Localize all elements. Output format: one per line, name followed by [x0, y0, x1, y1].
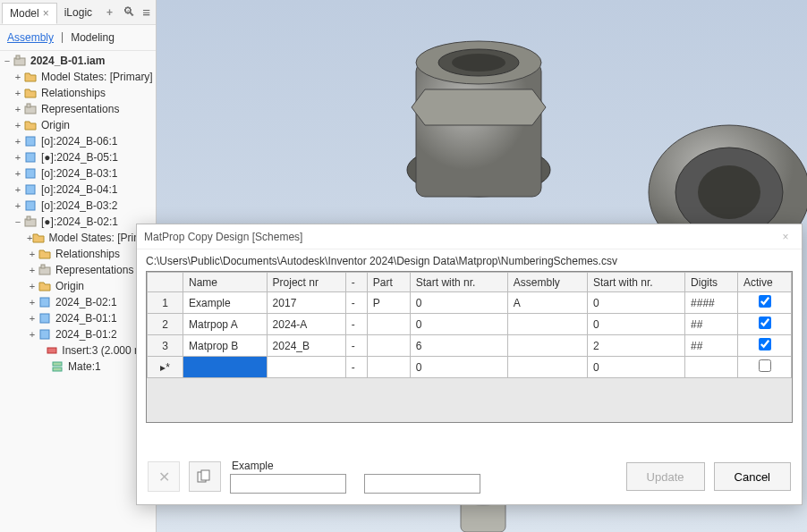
table-row[interactable]: 1Example2017-P0A0####	[148, 292, 792, 314]
header-active[interactable]: Active	[738, 273, 792, 292]
cell-dash[interactable]: -	[345, 292, 367, 314]
expand-icon[interactable]: +	[27, 329, 38, 340]
active-checkbox[interactable]	[759, 338, 771, 350]
cell-part[interactable]	[367, 335, 410, 357]
cell-dash[interactable]: -	[345, 357, 367, 378]
mode-modeling[interactable]: Modeling	[69, 30, 116, 45]
expand-icon[interactable]: +	[13, 184, 23, 195]
cell-digits[interactable]: ##	[685, 314, 738, 335]
header-digits[interactable]: Digits	[685, 273, 738, 292]
header-project[interactable]: Project nr	[267, 273, 345, 292]
header-part[interactable]: Part	[367, 273, 410, 292]
header-name[interactable]: Name	[183, 273, 268, 292]
tree-folder[interactable]: + Model States: [Primary]	[0, 69, 156, 85]
tab-model[interactable]: Model ×	[2, 3, 57, 24]
close-icon[interactable]: ×	[43, 7, 49, 20]
cancel-button[interactable]: Cancel	[714, 462, 791, 491]
tree-part[interactable]: + [o]:2024_B-06:1	[0, 133, 156, 149]
search-icon[interactable]: 🔍︎	[123, 4, 135, 20]
tree-part[interactable]: + 2024_B-01:1	[0, 310, 156, 326]
example-part-input[interactable]	[230, 474, 346, 494]
example-assembly-input[interactable]	[364, 474, 480, 494]
cell-assembly[interactable]	[507, 335, 587, 357]
expand-icon[interactable]: +	[13, 88, 23, 98]
tree-folder[interactable]: + Representations	[0, 262, 156, 278]
tree-subassembly[interactable]: − [●]:2024_B-02:1	[0, 214, 156, 230]
delete-button[interactable]: ✕	[148, 461, 180, 492]
dialog-titlebar[interactable]: MatProp Copy Design [Schemes] ×	[137, 224, 802, 249]
cell-name[interactable]: Example	[183, 292, 268, 314]
cell-digits[interactable]: ##	[685, 335, 738, 357]
expand-icon[interactable]: +	[27, 265, 38, 275]
tab-add[interactable]: +	[99, 3, 120, 22]
cell-startpart[interactable]: 0	[410, 357, 507, 378]
cell-startasm[interactable]: 0	[587, 357, 684, 378]
tree-root[interactable]: − 2024_B-01.iam	[0, 53, 156, 69]
header-assembly[interactable]: Assembly	[507, 273, 587, 292]
cell-startasm[interactable]: 0	[587, 314, 684, 335]
tab-ilogic[interactable]: iLogic	[57, 3, 99, 22]
expand-icon[interactable]: +	[27, 281, 38, 291]
cell-assembly[interactable]	[507, 314, 587, 335]
cell-name[interactable]: Matprop B	[183, 335, 268, 357]
cell-startasm[interactable]: 2	[587, 335, 684, 357]
cell-startpart[interactable]: 0	[410, 314, 507, 335]
cell-project[interactable]: 2024-A	[267, 314, 345, 335]
cell-part[interactable]	[367, 357, 410, 378]
update-button[interactable]: Update	[626, 462, 705, 491]
copy-button[interactable]	[189, 461, 221, 492]
tree-part[interactable]: + 2024_B-02:1	[0, 294, 156, 310]
collapse-icon[interactable]: −	[13, 216, 23, 227]
expand-icon[interactable]: +	[13, 136, 23, 147]
mode-assembly[interactable]: Assembly	[5, 30, 55, 45]
active-checkbox[interactable]	[759, 295, 771, 308]
expand-icon[interactable]: +	[13, 200, 23, 211]
cell-project[interactable]: 2024_B	[267, 335, 345, 357]
schemes-grid[interactable]: Name Project nr - Part Start with nr. As…	[146, 271, 793, 423]
header-dash[interactable]: -	[345, 273, 367, 292]
collapse-icon[interactable]: −	[2, 55, 13, 66]
tree-folder[interactable]: + Relationships	[0, 85, 156, 101]
expand-icon[interactable]: +	[13, 72, 23, 82]
expand-icon[interactable]: +	[27, 297, 38, 308]
cell-part[interactable]	[367, 314, 410, 335]
header-startpart[interactable]: Start with nr.	[410, 273, 507, 292]
cell-dash[interactable]: -	[345, 335, 367, 357]
tree-folder[interactable]: + Relationships	[0, 246, 156, 262]
close-icon[interactable]: ×	[777, 228, 794, 246]
cell-startpart[interactable]: 6	[410, 335, 507, 357]
cell-active[interactable]	[738, 335, 792, 357]
tree-folder[interactable]: + Model States: [Primary]	[0, 230, 156, 246]
cell-part[interactable]: P	[367, 292, 410, 314]
tree-folder[interactable]: + Origin	[0, 278, 156, 294]
cell-name[interactable]: Matrpop A	[183, 314, 268, 335]
cell-dash[interactable]: -	[345, 314, 367, 335]
expand-icon[interactable]: +	[13, 104, 23, 114]
tree-part[interactable]: + 2024_B-01:2	[0, 326, 156, 342]
active-checkbox[interactable]	[759, 359, 771, 372]
tree-part[interactable]: + [o]:2024_B-03:2	[0, 198, 156, 214]
table-row[interactable]: 3Matprop B2024_B-62##	[148, 335, 792, 357]
cell-digits[interactable]: ####	[685, 292, 738, 314]
menu-icon[interactable]: ≡	[142, 4, 150, 20]
tree-part[interactable]: + [●]:2024_B-05:1	[0, 149, 156, 165]
expand-icon[interactable]: +	[27, 313, 38, 324]
tree-constraint[interactable]: Mate:1	[0, 359, 156, 375]
cell-active[interactable]	[738, 314, 792, 335]
expand-icon[interactable]: +	[13, 152, 23, 163]
cell-assembly[interactable]	[507, 357, 587, 378]
cell-name[interactable]	[183, 357, 268, 378]
header-startasm[interactable]: Start with nr.	[587, 273, 684, 292]
cell-startpart[interactable]: 0	[410, 292, 507, 314]
active-checkbox[interactable]	[759, 317, 771, 329]
tree-part[interactable]: + [o]:2024_B-03:1	[0, 165, 156, 182]
expand-icon[interactable]: +	[13, 168, 23, 179]
cell-project[interactable]: 2017	[267, 292, 345, 314]
tree-folder[interactable]: + Origin	[0, 117, 156, 133]
cell-startasm[interactable]: 0	[587, 292, 684, 314]
cell-active[interactable]	[738, 357, 792, 378]
tree-constraint[interactable]: Insert:3 (2.000 mm)	[0, 342, 156, 359]
table-row[interactable]: 2Matrpop A2024-A-00##	[148, 314, 792, 335]
cell-assembly[interactable]: A	[507, 292, 587, 314]
table-row-new[interactable]: ▸*-00	[148, 357, 792, 378]
